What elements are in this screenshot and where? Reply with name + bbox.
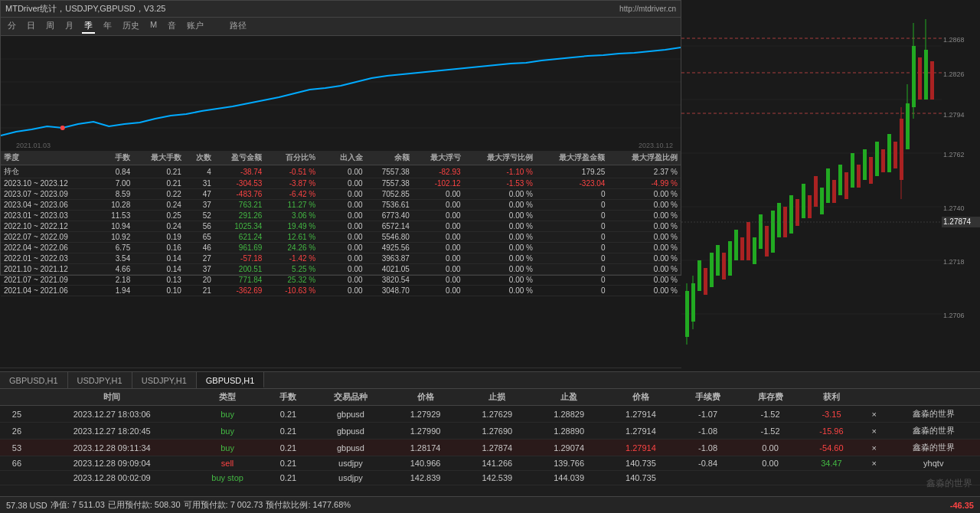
order-symbol: usdjpy — [312, 456, 389, 471]
stats-pnl: -38.74 — [214, 165, 266, 178]
nav-zhou[interactable]: 周 — [44, 19, 57, 34]
order-close-btn[interactable] — [861, 471, 887, 485]
stats-max-float: 0.00 — [413, 243, 464, 253]
tab-gbpusd-h1-1[interactable]: GBPUSD,H1 — [0, 372, 68, 388]
stats-max-profit-pct: 0.00 % — [608, 275, 681, 286]
nav-fen[interactable]: 分 — [5, 19, 18, 34]
stats-max-float: -82.93 — [413, 165, 464, 178]
stats-period: 2021.04 ~ 2021.06 — [1, 286, 98, 296]
nav-account[interactable]: 账户 — [185, 19, 206, 34]
order-profit: 34.47 — [802, 456, 861, 471]
svg-rect-54 — [900, 119, 903, 180]
stats-deposit: 0.00 — [318, 253, 365, 264]
order-type: sell — [191, 456, 265, 471]
order-symbol: gbpusd — [312, 423, 389, 439]
stats-period: 持仓 — [1, 165, 98, 178]
stats-max-hands: 0.10 — [133, 286, 185, 296]
nav-ri[interactable]: 日 — [24, 19, 38, 34]
stats-max-hands: 0.19 — [133, 232, 185, 243]
stats-pct: -1.42 % — [265, 253, 318, 264]
order-sl: 141.266 — [461, 456, 533, 471]
svg-rect-5 — [681, 0, 980, 375]
tab-usdjpy-h1-2[interactable]: USDJPY,H1 — [132, 372, 197, 388]
order-type: buy stop — [191, 471, 265, 485]
stats-period: 2021.01 ~ 2021.03 — [1, 296, 98, 297]
stats-deposit: 0.00 — [318, 200, 365, 211]
tab-gbpusd-h1-2[interactable]: GBPUSD,H1 — [197, 372, 265, 388]
order-symbol: gbpusd — [312, 439, 389, 456]
svg-rect-59 — [912, 46, 916, 107]
stats-max-profit: 0 — [536, 232, 608, 243]
col-type: 类型 — [191, 389, 265, 406]
stats-deposit: 0.00 — [318, 211, 365, 221]
nav-yin[interactable]: 音 — [165, 19, 178, 34]
watermark: 鑫淼的世界 — [926, 477, 972, 490]
stats-period: 2022.10 ~ 2022.12 — [1, 221, 98, 232]
stats-max-float: 0.00 — [413, 221, 464, 232]
stats-max-hands: 0.16 — [133, 243, 185, 253]
order-commission — [677, 471, 740, 485]
orders-table: 时间 类型 手数 交易品种 价格 止损 止盈 价格 手续费 库存费 获利 25 … — [0, 389, 980, 485]
stats-max-profit-pct: 0.00 % — [608, 286, 681, 296]
svg-text:1.27874: 1.27874 — [943, 217, 972, 226]
order-close-btn[interactable]: × — [861, 456, 887, 471]
stats-times: 37 — [185, 200, 214, 211]
svg-rect-38 — [802, 184, 805, 218]
order-lots: 0.21 — [265, 439, 312, 456]
order-lots: 0.21 — [265, 423, 312, 439]
col-sl: 止损 — [461, 389, 533, 406]
stats-max-float-pct: -1.53 % — [464, 178, 536, 189]
stats-deposit: 0.00 — [318, 243, 365, 253]
order-close-btn[interactable]: × — [861, 439, 887, 456]
stats-pnl: -483.76 — [214, 189, 266, 200]
stats-max-hands: 0.14 — [133, 253, 185, 264]
nav-ji[interactable]: 季 — [82, 19, 95, 34]
stats-max-float: 0.00 — [413, 211, 464, 221]
order-id: 53 — [0, 439, 34, 456]
stats-period: 2022.07 ~ 2022.09 — [1, 232, 98, 243]
stats-balance: 5546.80 — [366, 232, 413, 243]
stats-max-profit: 0 — [536, 253, 608, 264]
order-close-btn[interactable]: × — [861, 423, 887, 439]
stats-balance: 3411.39 — [366, 296, 413, 297]
stats-balance: 6572.14 — [366, 221, 413, 232]
order-close-btn[interactable]: × — [861, 406, 887, 423]
stats-deposit: 0.00 — [318, 286, 365, 296]
stats-balance: 7052.85 — [366, 189, 413, 200]
nav-yue[interactable]: 月 — [63, 19, 76, 34]
stats-hands: 2.18 — [98, 275, 133, 286]
nav-bar: 分 日 周 月 季 年 历史 M 音 账户 路径 — [1, 18, 681, 36]
stats-period: 2022.04 ~ 2022.06 — [1, 243, 98, 253]
stats-max-float-pct: 0.00 % — [464, 221, 536, 232]
col-time: 时间 — [34, 389, 191, 406]
nav-nian[interactable]: 年 — [101, 19, 114, 34]
tab-usdjpy-h1-1[interactable]: USDJPY,H1 — [68, 372, 132, 388]
svg-rect-39 — [808, 195, 812, 218]
nav-m[interactable]: M — [148, 19, 159, 34]
stats-table-container[interactable]: 季度 手数 最大手数 次数 盈亏金额 百分比% 出入金 余额 最大浮亏 最大浮亏… — [1, 151, 681, 296]
order-tp: 139.766 — [533, 456, 605, 471]
svg-rect-25 — [722, 253, 726, 279]
stats-max-profit-pct: -4.99 % — [608, 178, 681, 189]
col-period: 季度 — [1, 151, 98, 165]
col-max-profit: 最大浮盈金额 — [536, 151, 608, 165]
order-cur-price: 1.27914 — [605, 423, 677, 439]
order-note: 鑫淼的世界 — [887, 423, 980, 439]
order-sl: 1.27629 — [461, 406, 533, 423]
stats-max-float: 0.00 — [413, 200, 464, 211]
stats-max-float: 0.00 — [413, 189, 464, 200]
stats-times: 52 — [185, 211, 214, 221]
stats-times: 21 — [185, 286, 214, 296]
nav-lujing[interactable]: 路径 — [227, 19, 249, 34]
nav-lishi[interactable]: 历史 — [120, 19, 142, 34]
stats-max-float-pct: 0.00 % — [464, 253, 536, 264]
panel-header: MTDriver统计，USDJPY,GBPUSD，V3.25 http://mt… — [1, 1, 681, 18]
svg-rect-51 — [881, 149, 885, 172]
order-commission: -1.08 — [677, 423, 740, 439]
stats-pnl: -57.18 — [214, 253, 266, 264]
stats-hands: 10.28 — [98, 200, 133, 211]
stats-max-profit: 0 — [536, 243, 608, 253]
stats-pnl: -362.69 — [214, 286, 266, 296]
svg-rect-43 — [832, 180, 836, 203]
stats-max-profit-pct: 0.00 % — [608, 232, 681, 243]
